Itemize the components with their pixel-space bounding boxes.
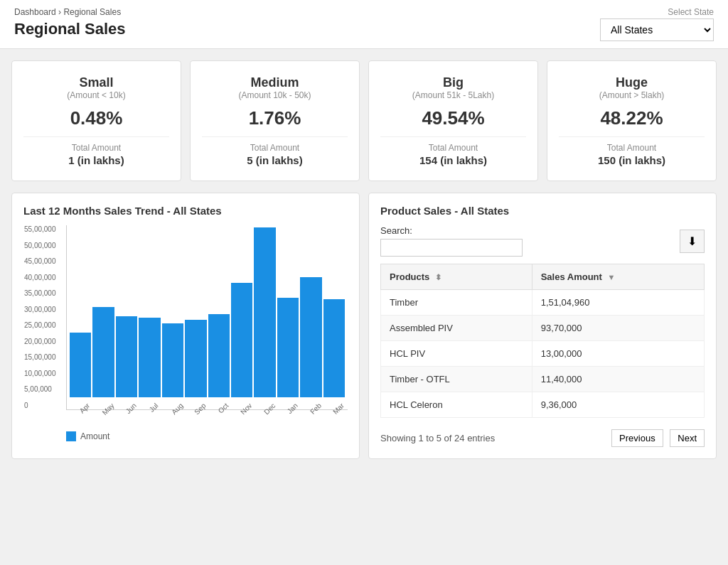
card-subtitle: (Amount 10k - 50k) <box>202 90 348 100</box>
chart-bar-wrap: May <box>92 307 114 409</box>
card-percent: 49.54% <box>380 107 526 129</box>
card-divider <box>23 136 169 137</box>
col-products: Products ⬍ <box>381 264 532 290</box>
chart-bar-wrap: Aug <box>162 323 183 409</box>
chart-bar-wrap: Jan <box>277 298 299 409</box>
card-total-value: 150 (in lakhs) <box>559 154 705 166</box>
state-select-container: Select State All StatesMaharashtraKarnat… <box>600 7 714 41</box>
next-button[interactable]: Next <box>670 429 705 447</box>
x-axis-label: Jul <box>148 402 160 414</box>
card-total-label: Total Amount <box>559 143 705 153</box>
stat-card: Huge (Amount > 5lakh) 48.22% Total Amoun… <box>547 60 717 181</box>
col-amount: Sales Amount ▼ <box>532 264 704 290</box>
card-subtitle: (Amount < 10k) <box>23 90 169 100</box>
card-divider <box>380 136 526 137</box>
search-input[interactable] <box>380 239 523 257</box>
breadcrumb: Dashboard › Regional Sales <box>14 7 126 17</box>
product-name: HCL Celeron <box>381 392 532 418</box>
table-row: Assembled PIV 93,70,000 <box>381 316 705 341</box>
card-total-value: 1 (in lakhs) <box>23 154 169 166</box>
chart-bar-wrap: Dec <box>254 227 275 409</box>
card-subtitle: (Amount 51k - 5Lakh) <box>380 90 526 100</box>
y-axis-label: 40,00,000 <box>24 274 56 281</box>
x-axis-label: Dec <box>262 402 277 416</box>
prev-button[interactable]: Previous <box>611 429 663 447</box>
stat-card: Small (Amount < 10k) 0.48% Total Amount … <box>11 60 181 181</box>
legend-label: Amount <box>80 431 109 441</box>
chart-bar-wrap: Apr <box>70 333 91 409</box>
y-axis-label: 35,00,000 <box>24 289 56 297</box>
table-row: Timber 1,51,04,960 <box>381 290 705 316</box>
card-divider <box>202 136 348 137</box>
chart-bar-wrap: Sep <box>185 320 206 409</box>
y-axis-label: 45,00,000 <box>24 257 56 265</box>
card-divider <box>559 136 705 137</box>
download-button[interactable]: ⬇ <box>680 230 705 253</box>
chart-bar-wrap: Feb <box>300 277 321 409</box>
chart-bar <box>162 323 183 397</box>
x-axis-label: Sep <box>193 402 208 416</box>
chart-y-axis: 05,00,00010,00,00015,00,00020,00,00025,0… <box>24 225 56 409</box>
chart-bar <box>300 277 321 397</box>
chart-bar <box>277 298 299 397</box>
state-select[interactable]: All StatesMaharashtraKarnatakaTamil Nadu… <box>600 18 714 41</box>
chart-bar-wrap: Oct <box>208 314 230 409</box>
x-axis-label: Apr <box>78 402 92 415</box>
card-title: Medium <box>202 75 348 90</box>
state-select-label: Select State <box>600 7 714 17</box>
pagination-info: Showing 1 to 5 of 24 entries <box>380 433 495 443</box>
sales-amount: 9,36,000 <box>532 392 704 418</box>
chart-bar <box>116 316 137 397</box>
x-axis-label: Jan <box>286 402 299 415</box>
chart-panel: Last 12 Months Sales Trend - All States … <box>11 193 360 459</box>
chart-bar <box>70 333 91 397</box>
y-axis-label: 15,00,000 <box>24 353 56 361</box>
main-content: Small (Amount < 10k) 0.48% Total Amount … <box>0 49 728 470</box>
pagination-buttons: Previous Next <box>607 429 705 447</box>
card-total-value: 5 (in lakhs) <box>202 154 348 166</box>
x-axis-label: Mar <box>331 402 346 416</box>
search-label: Search: <box>380 225 523 236</box>
x-axis-label: Jun <box>124 402 138 415</box>
card-title: Small <box>23 75 169 90</box>
chart-bar <box>323 299 345 397</box>
product-name: HCL PIV <box>381 341 532 367</box>
card-percent: 48.22% <box>559 107 705 129</box>
sales-amount: 13,00,000 <box>532 341 704 367</box>
x-axis-label: Oct <box>217 402 230 415</box>
chart-bar <box>139 318 160 397</box>
table-header: Products ⬍ Sales Amount ▼ <box>381 264 705 290</box>
bottom-row: Last 12 Months Sales Trend - All States … <box>11 193 717 459</box>
card-total-label: Total Amount <box>202 143 348 153</box>
stat-card: Big (Amount 51k - 5Lakh) 49.54% Total Am… <box>368 60 538 181</box>
chart-bar <box>254 227 275 397</box>
chart-area: 05,00,00010,00,00015,00,00020,00,00025,0… <box>66 225 348 410</box>
table-row: HCL Celeron 9,36,000 <box>381 392 705 418</box>
y-axis-label: 25,00,000 <box>24 321 56 329</box>
y-axis-label: 10,00,000 <box>24 370 56 377</box>
chart-bar <box>208 314 230 397</box>
sort-products-icon[interactable]: ⬍ <box>435 273 441 281</box>
chart-title: Last 12 Months Sales Trend - All States <box>23 205 348 217</box>
search-group: Search: <box>380 225 523 257</box>
card-title: Big <box>380 75 526 90</box>
stat-card: Medium (Amount 10k - 50k) 1.76% Total Am… <box>190 60 360 181</box>
chart-bar-wrap: Mar <box>323 299 345 409</box>
y-axis-label: 55,00,000 <box>24 225 56 233</box>
product-name: Timber - OTFL <box>381 367 532 392</box>
x-axis-label: Nov <box>239 402 253 416</box>
table-row: Timber - OTFL 11,40,000 <box>381 367 705 392</box>
y-axis-label: 5,00,000 <box>24 385 56 393</box>
breadcrumb-current: Regional Sales <box>63 7 121 17</box>
sort-amount-icon[interactable]: ▼ <box>608 273 616 281</box>
chart-bar <box>231 283 252 397</box>
card-title: Huge <box>559 75 705 90</box>
chart-bar-wrap: Nov <box>231 283 252 409</box>
chart-bar <box>185 320 206 397</box>
table-row: HCL PIV 13,00,000 <box>381 341 705 367</box>
y-axis-label: 0 <box>24 402 56 409</box>
sales-amount: 11,40,000 <box>532 367 704 392</box>
x-axis-label: Aug <box>170 402 184 416</box>
breadcrumb-parent[interactable]: Dashboard <box>14 7 56 17</box>
breadcrumb-separator: › <box>58 7 61 17</box>
